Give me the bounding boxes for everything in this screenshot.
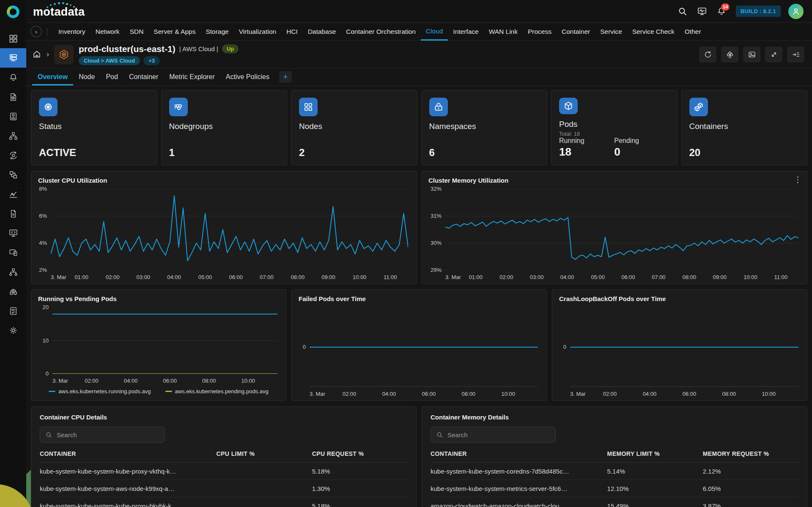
- sidebar-item-topology[interactable]: [0, 126, 26, 145]
- x-axis: 3. Mar02:0004:0006:0008:0010:00: [310, 387, 538, 398]
- nav-item-container-orchestration[interactable]: Container Orchestration: [341, 23, 421, 41]
- stat-card-namespaces[interactable]: Namespaces 6: [421, 90, 548, 165]
- sidebar-item-dashboard[interactable]: [0, 29, 26, 48]
- nav-item-sdn[interactable]: SDN: [125, 23, 149, 41]
- kebab-menu-icon[interactable]: ⋮: [794, 175, 802, 184]
- nav-item-interface[interactable]: Interface: [448, 23, 483, 41]
- nav-item-hci[interactable]: HCI: [281, 23, 303, 41]
- memory-table-search[interactable]: [431, 427, 556, 443]
- nav-item-network[interactable]: Network: [91, 23, 125, 41]
- sidebar-item-alerts[interactable]: [0, 68, 26, 87]
- user-avatar[interactable]: [788, 4, 804, 19]
- stat-card-containers[interactable]: Containers 20: [681, 90, 808, 165]
- sidebar-item-scheduler[interactable]: [0, 87, 26, 107]
- table-row[interactable]: amazon-cloudwatch-amazon-cloudwatch-clou…: [431, 497, 798, 507]
- table-row[interactable]: kube-system-kube-system-coredns-7d58d485…: [431, 463, 798, 480]
- search-input[interactable]: [447, 431, 550, 438]
- legend-item[interactable]: aws.eks.kubernetes.running.pods.avg: [49, 388, 151, 395]
- sidebar-item-settings[interactable]: [0, 321, 26, 340]
- table-title: Container CPU Details: [40, 414, 408, 421]
- sidebar-item-network[interactable]: [0, 262, 26, 282]
- nav-item-database[interactable]: Database: [303, 23, 341, 41]
- legend-dash-icon: [49, 391, 55, 392]
- stat-card-status[interactable]: Status ACTIVE: [31, 90, 157, 165]
- tab-container[interactable]: Container: [123, 69, 164, 85]
- chart-plot[interactable]: [445, 189, 798, 270]
- search-icon: [436, 431, 443, 438]
- sidebar-item-integrations[interactable]: [0, 165, 26, 184]
- cpu-table-search[interactable]: [40, 427, 165, 443]
- sidebar-item-reports[interactable]: [0, 107, 26, 126]
- table-header: CONTAINERCPU LIMIT %CPU REQUEST %: [40, 450, 408, 463]
- table-cell: kube-system-kube-system-coredns-7d58d485…: [431, 468, 607, 475]
- sidebar-item-devices[interactable]: [0, 243, 26, 262]
- chart-plot[interactable]: [51, 189, 408, 270]
- sidebar-item-discovery[interactable]: [0, 282, 26, 301]
- cloud-path-chip[interactable]: Cloud > AWS Cloud: [79, 56, 140, 65]
- nav-item-service[interactable]: Service: [595, 23, 627, 41]
- sidebar-item-logs[interactable]: [0, 204, 26, 223]
- monitor-console-button[interactable]: [697, 6, 707, 16]
- refresh-button[interactable]: [699, 47, 716, 63]
- nav-item-wan-link[interactable]: WAN Link: [484, 23, 523, 41]
- tab-node[interactable]: Node: [73, 69, 100, 85]
- notifications-button[interactable]: 14: [716, 6, 727, 16]
- eks-cluster-icon: [54, 45, 74, 64]
- pending-value: 0: [614, 145, 669, 159]
- tab-overview[interactable]: Overview: [32, 69, 73, 85]
- cpu-utilization-chart: Cluster CPU Utilization 8%6%4%2%3. Mar01…: [31, 171, 417, 284]
- global-search-button[interactable]: [678, 6, 688, 16]
- legend-item[interactable]: aws.eks.kubernetes.pending.pods.avg: [165, 388, 269, 395]
- add-tab-button[interactable]: +: [279, 71, 292, 83]
- nav-item-cloud[interactable]: Cloud: [421, 23, 448, 41]
- fullscreen-button[interactable]: [765, 47, 782, 63]
- column-header[interactable]: MEMORY LIMIT %: [607, 450, 703, 457]
- column-header[interactable]: MEMORY REQUEST %: [703, 450, 798, 457]
- sidebar-item-automation[interactable]: [0, 145, 26, 165]
- chart-plot[interactable]: [310, 307, 538, 387]
- tabs: OverviewNodePodContainerMetric ExplorerA…: [32, 69, 275, 85]
- column-header[interactable]: CONTAINER: [431, 450, 607, 457]
- nav-item-container[interactable]: Container: [557, 23, 595, 41]
- top-bar: motadata 14 BUILD : 8.2.1: [26, 0, 812, 23]
- nav-item-process[interactable]: Process: [523, 23, 557, 41]
- home-button[interactable]: [32, 49, 42, 60]
- tab-pod[interactable]: Pod: [100, 69, 123, 85]
- table-row[interactable]: kube-system-kube-system-metrics-server-5…: [431, 480, 798, 497]
- nav-item-storage[interactable]: Storage: [200, 23, 233, 41]
- sidebar-item-audit[interactable]: [0, 301, 26, 321]
- nav-item-service-check[interactable]: Service Check: [627, 23, 680, 41]
- table-row[interactable]: kube-system-kube-system-aws-node-k99xq-a…: [40, 480, 408, 497]
- sidebar-item-console[interactable]: [0, 223, 26, 243]
- monitor-pulse-icon: [697, 6, 707, 16]
- stat-card-nodegroups[interactable]: Nodegroups 1: [161, 90, 288, 165]
- tables-row: Container CPU Details CONTAINERCPU LIMIT…: [31, 406, 807, 507]
- snapshot-button[interactable]: [743, 47, 760, 63]
- run-automation-button[interactable]: [721, 47, 738, 63]
- nav-item-inventory[interactable]: Inventory: [53, 23, 91, 41]
- column-header[interactable]: CPU LIMIT %: [217, 450, 312, 457]
- stat-card-pods[interactable]: Pods Total: 18 Running 18 Pending 0: [551, 90, 678, 165]
- collapse-panel-button[interactable]: [787, 47, 804, 63]
- sidebar-item-metrics[interactable]: [0, 184, 26, 204]
- nav-item-server-apps[interactable]: Server & Apps: [148, 23, 200, 41]
- search-input[interactable]: [57, 431, 159, 438]
- column-header[interactable]: CPU REQUEST %: [312, 450, 408, 457]
- chart-plot[interactable]: [570, 307, 798, 387]
- table-row[interactable]: kube-system-kube-system-kube-proxy-bkvbk…: [40, 497, 408, 507]
- stat-card-nodes[interactable]: Nodes 2: [291, 90, 417, 165]
- nav-item-virtualization[interactable]: Virtualization: [234, 23, 281, 41]
- tab-active-policies[interactable]: Active Policies: [220, 69, 275, 85]
- table-row[interactable]: kube-system-kube-system-kube-proxy-vkthq…: [40, 463, 408, 480]
- boxes-icon: [8, 170, 18, 180]
- more-tags-chip[interactable]: +3: [143, 56, 160, 65]
- column-header[interactable]: CONTAINER: [40, 450, 217, 457]
- nav-expand-button[interactable]: ›: [30, 26, 42, 37]
- motadata-logo[interactable]: motadata: [33, 0, 85, 22]
- sidebar-item-monitoring[interactable]: [0, 48, 26, 68]
- app-logo-mark[interactable]: [0, 0, 26, 24]
- club-icon: [726, 50, 734, 59]
- tab-metric-explorer[interactable]: Metric Explorer: [164, 69, 220, 85]
- nav-item-other[interactable]: Other: [680, 23, 706, 41]
- chart-plot[interactable]: [52, 307, 277, 374]
